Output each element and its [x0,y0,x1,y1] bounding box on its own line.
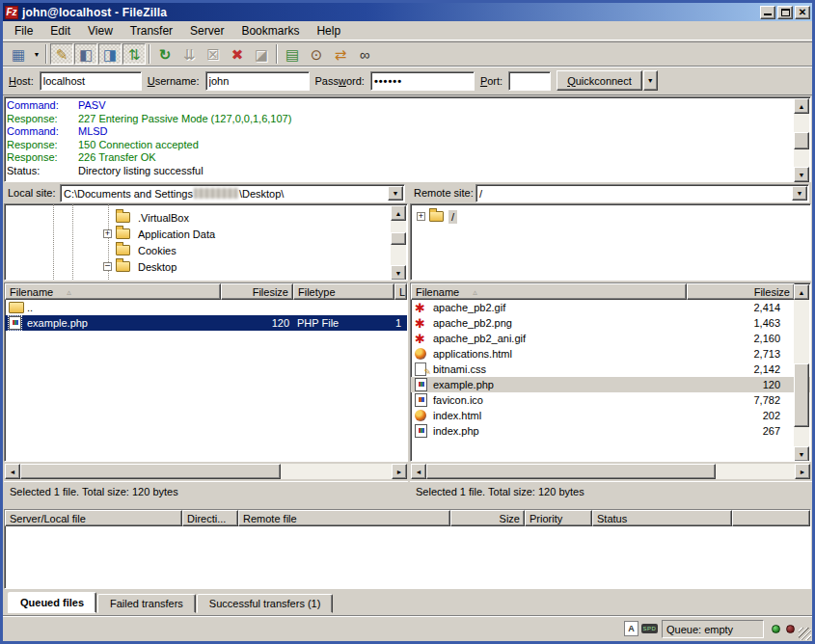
site-manager-dropdown[interactable]: ▼ [31,43,42,65]
queue-column-header[interactable]: Priority [525,510,592,526]
scroll-down-icon[interactable]: ▼ [794,167,809,182]
disconnect-icon[interactable]: ✖ [226,43,249,65]
speed-limit-icon[interactable]: SPD [641,624,658,633]
log-line: Response: 226 Transfer OK [7,151,791,165]
quickconnect-dropdown[interactable]: ▼ [643,70,658,91]
queue-column-header[interactable]: Server/Local file [5,510,182,526]
local-tree-item[interactable]: Cookies [103,242,407,258]
remote-site-combo[interactable]: / ▼ [475,184,809,202]
scroll-left-icon[interactable]: ◄ [5,464,20,479]
file-row[interactable]: example.php 120 [411,377,810,392]
menu-item[interactable]: Bookmarks [232,21,308,40]
menu-item[interactable]: Transfer [122,21,181,40]
tree-expander-icon[interactable] [417,212,425,221]
local-tree-item[interactable]: Desktop [103,258,407,275]
filter-icon[interactable]: ▤ [281,43,304,65]
minimize-button[interactable] [760,6,775,19]
column-header-filename[interactable]: Filename▵ [411,283,687,300]
file-row[interactable]: applications.html 2,713 [411,346,810,362]
app-icon[interactable]: Fz [5,6,18,19]
file-row[interactable]: apache_pb2.png 1,463 [411,315,810,331]
scroll-thumb[interactable] [794,132,809,149]
scroll-up-icon[interactable]: ▲ [391,205,406,221]
host-input[interactable] [40,71,142,91]
file-row[interactable]: example.php 120 PHP File 1 [5,315,407,331]
column-header-filetype[interactable]: Filetype [293,283,394,300]
menu-item[interactable]: Help [308,21,349,40]
reconnect-icon[interactable]: ◪ [250,43,273,65]
file-row[interactable]: apache_pb2_ani.gif 2,160 [411,331,810,346]
close-button[interactable]: ✕ [795,6,810,19]
scroll-right-icon[interactable]: ► [392,464,407,479]
scroll-thumb[interactable] [426,464,716,479]
file-row[interactable]: .. [5,300,407,315]
scroll-up-icon[interactable]: ▲ [794,98,809,114]
queue-tab[interactable]: Successful transfers (1) [197,594,334,613]
local-site-combo[interactable]: C:\Documents and Settings\Desktop\ ▼ [60,184,405,202]
process-queue-icon[interactable]: ⇊ [177,43,201,65]
queue-tab[interactable]: Queued files [8,592,96,613]
port-input[interactable] [508,71,551,91]
local-tree-item[interactable]: .VirtualBox [103,209,407,226]
menu-item[interactable]: File [6,21,41,40]
toggle-remote-tree-icon[interactable]: ◨ [98,43,122,65]
toggle-queue-icon[interactable]: ⇅ [122,43,146,65]
queue-column-header[interactable]: Directi... [182,510,238,526]
resize-grip[interactable] [799,628,811,640]
queue-column-header[interactable]: Size [450,510,525,526]
combo-dropdown-icon[interactable]: ▼ [388,186,403,201]
scroll-right-icon[interactable]: ► [795,464,810,479]
menu-item[interactable]: Server [181,21,232,40]
file-row[interactable]: index.php 267 [411,423,810,439]
titlebar[interactable]: Fz john@localhost - FileZilla ✕ [3,3,812,21]
scroll-down-icon[interactable]: ▼ [391,265,406,281]
column-header-filesize[interactable]: Filesize [687,283,795,300]
find-icon[interactable]: ∞ [353,43,376,65]
scroll-thumb[interactable] [794,363,809,427]
local-hscrollbar[interactable]: ◄ ► [5,464,407,479]
tree-expander-icon[interactable] [103,262,112,271]
maximize-button[interactable] [777,6,793,19]
remote-hscrollbar[interactable]: ◄ ► [411,464,810,479]
tree-expander-icon[interactable] [103,213,112,222]
queue-tab[interactable]: Failed transfers [97,594,196,613]
tree-expander-icon[interactable] [103,246,112,255]
tree-expander-icon[interactable] [103,229,112,238]
scroll-left-icon[interactable]: ◄ [411,464,426,479]
scroll-down-icon[interactable]: ▼ [794,446,809,462]
site-manager-icon[interactable]: ▦ [7,43,30,65]
menu-item[interactable]: View [79,21,122,40]
refresh-icon[interactable]: ↻ [153,43,177,65]
toggle-local-tree-icon[interactable]: ◧ [74,43,97,65]
password-input[interactable] [370,71,475,91]
remote-list-scrollbar[interactable]: ▲ ▼ [794,284,809,462]
compare-icon[interactable]: ⊙ [305,43,328,65]
file-row[interactable]: index.html 202 [411,408,810,423]
column-header-filename[interactable]: Filename▵ [5,283,221,300]
menu-item[interactable]: Edit [41,21,79,40]
queue-column-header[interactable]: Status [592,510,732,526]
window-title: john@localhost - FileZilla [22,6,167,19]
scroll-thumb[interactable] [391,232,406,245]
combo-dropdown-icon[interactable]: ▼ [792,186,807,201]
file-row[interactable]: favicon.ico 7,782 [411,392,810,408]
toggle-log-icon[interactable]: ✎ [50,43,73,65]
log-scrollbar[interactable]: ▲ ▼ [794,98,809,182]
username-input[interactable] [205,71,310,91]
remote-file-list: Filename▵ Filesize apache_pb2.gif 2,414 … [410,282,811,462]
quickconnect-bar: Host: Username: Password: Port: Quickcon… [3,67,812,95]
queue-column-header[interactable]: Remote file [238,510,450,526]
local-tree-item[interactable]: Application Data [103,226,407,242]
file-row[interactable]: apache_pb2.gif 2,414 [411,300,810,315]
transfer-type-icon[interactable]: A [624,621,638,636]
sync-browse-icon[interactable]: ⇄ [329,43,352,65]
quickconnect-button[interactable]: Quickconnect [557,70,642,91]
file-row[interactable]: bitnami.css 2,142 [411,362,810,377]
scroll-thumb[interactable] [20,464,281,479]
column-header-filesize[interactable]: Filesize [221,283,293,300]
remote-tree-item[interactable]: / [417,208,810,225]
local-tree-scrollbar[interactable]: ▲ ▼ [391,205,406,281]
column-header-last-modified[interactable]: L [394,283,407,300]
cancel-icon[interactable]: ☒ [202,43,225,65]
scroll-up-icon[interactable]: ▲ [794,284,809,300]
